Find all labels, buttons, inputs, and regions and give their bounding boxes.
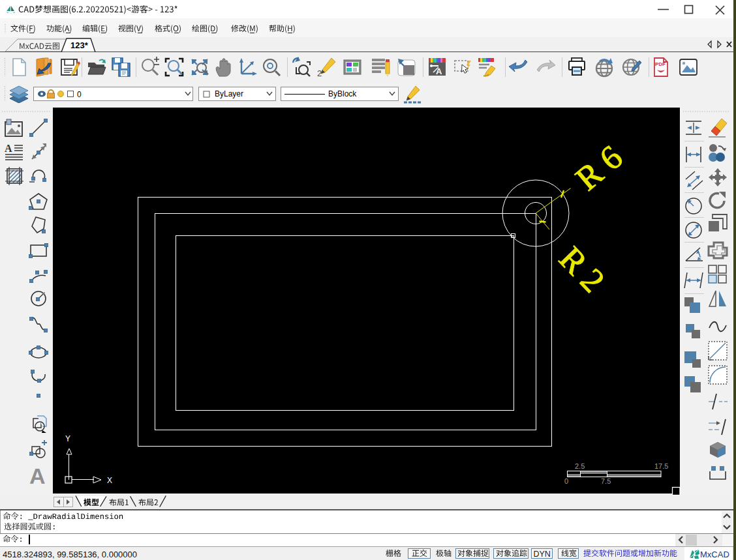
svg-text:0: 0 — [564, 477, 568, 485]
svg-text:R2: R2 — [552, 239, 617, 305]
svg-text:Y: Y — [65, 434, 70, 443]
svg-text:A: A — [436, 66, 442, 76]
svg-text:2.5: 2.5 — [575, 462, 585, 470]
svg-text:R6: R6 — [568, 132, 636, 197]
svg-text:A: A — [29, 464, 46, 485]
svg-text:17.5: 17.5 — [654, 462, 668, 470]
svg-text:7.5: 7.5 — [601, 477, 611, 485]
svg-text:PDF: PDF — [655, 61, 666, 67]
svg-text:2: 2 — [317, 68, 322, 78]
svg-text:X: X — [107, 476, 112, 485]
svg-text:A: A — [5, 143, 12, 154]
